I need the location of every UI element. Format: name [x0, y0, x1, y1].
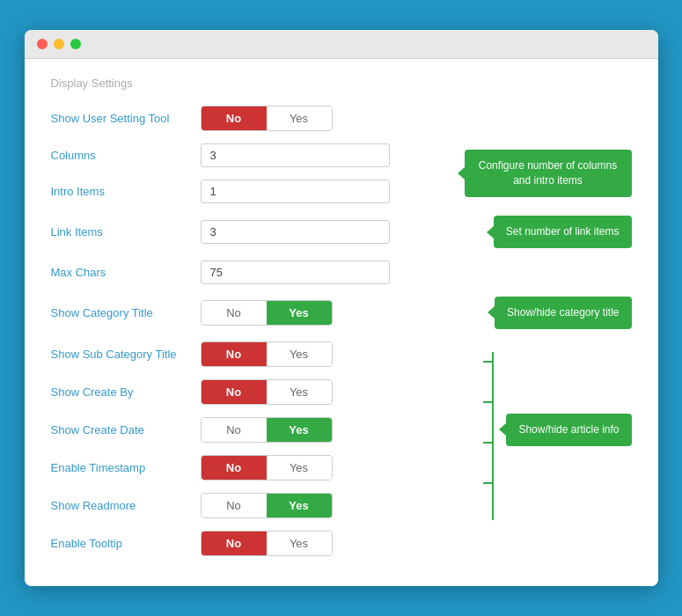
show-sub-category-label: Show Sub Category Title — [51, 348, 201, 361]
article-info-callout: Show/hide article info — [506, 414, 631, 446]
show-create-date-yes[interactable]: Yes — [267, 418, 332, 442]
show-create-by-yes[interactable]: Yes — [267, 380, 332, 404]
columns-input-wrapper — [201, 143, 390, 167]
close-dot[interactable] — [37, 39, 48, 49]
max-chars-input[interactable] — [201, 260, 390, 284]
show-create-by-row: Show Create By No Yes — [51, 379, 488, 405]
show-user-setting-row: Show User Setting Tool No Yes — [51, 106, 632, 131]
show-readmore-row: Show Readmore No Yes — [51, 493, 488, 518]
minimize-dot[interactable] — [54, 39, 64, 49]
show-create-by-toggle[interactable]: No Yes — [201, 379, 333, 405]
max-chars-row: Max Chars — [51, 260, 632, 284]
show-category-no[interactable]: No — [202, 301, 267, 325]
show-user-setting-no[interactable]: No — [202, 106, 267, 130]
show-sub-category-toggle[interactable]: No Yes — [201, 341, 333, 367]
max-chars-input-wrapper — [201, 260, 390, 284]
show-create-date-toggle[interactable]: No Yes — [201, 417, 333, 443]
show-readmore-no[interactable]: No — [202, 494, 267, 517]
enable-timestamp-no[interactable]: No — [202, 456, 267, 480]
show-create-date-no[interactable]: No — [202, 418, 267, 442]
columns-input[interactable] — [201, 143, 390, 167]
enable-timestamp-label: Enable Timestamp — [51, 461, 201, 474]
columns-label: Columns — [51, 149, 201, 162]
show-readmore-yes[interactable]: Yes — [267, 494, 332, 517]
show-create-by-no[interactable]: No — [202, 380, 267, 404]
enable-timestamp-row: Enable Timestamp No Yes — [51, 455, 488, 480]
enable-timestamp-yes[interactable]: Yes — [267, 456, 332, 480]
intro-items-row: Intro Items — [51, 180, 452, 203]
enable-tooltip-row: Enable Tooltip No Yes — [51, 531, 632, 556]
enable-timestamp-toggle[interactable]: No Yes — [201, 455, 333, 480]
max-chars-label: Max Chars — [51, 266, 201, 279]
link-items-input-wrapper — [201, 220, 390, 244]
show-user-setting-yes[interactable]: Yes — [267, 106, 332, 130]
content-area: Display Settings Show User Setting Tool … — [25, 59, 658, 586]
show-sub-category-no[interactable]: No — [202, 342, 267, 366]
show-create-date-row: Show Create Date No Yes — [51, 417, 488, 443]
show-create-by-label: Show Create By — [51, 385, 201, 399]
columns-intro-callout: Configure number of columns and intro it… — [465, 150, 632, 197]
main-window: Display Settings Show User Setting Tool … — [25, 30, 658, 586]
show-readmore-toggle[interactable]: No Yes — [201, 493, 333, 518]
section-title: Display Settings — [51, 77, 632, 90]
show-create-date-label: Show Create Date — [51, 423, 201, 436]
show-sub-category-yes[interactable]: Yes — [267, 342, 332, 366]
intro-items-input[interactable] — [201, 180, 390, 203]
show-readmore-label: Show Readmore — [51, 499, 201, 512]
enable-tooltip-toggle[interactable]: No Yes — [201, 531, 333, 556]
maximize-dot[interactable] — [70, 39, 81, 49]
columns-row: Columns — [51, 143, 452, 167]
enable-tooltip-yes[interactable]: Yes — [267, 532, 332, 555]
show-category-title-toggle[interactable]: No Yes — [201, 300, 333, 326]
show-user-setting-toggle[interactable]: No Yes — [201, 106, 333, 131]
intro-items-input-wrapper — [201, 180, 390, 203]
enable-tooltip-label: Enable Tooltip — [51, 537, 201, 550]
show-user-setting-label: Show User Setting Tool — [51, 112, 201, 125]
link-items-label: Link Items — [51, 225, 201, 238]
intro-items-label: Intro Items — [51, 185, 201, 198]
show-category-title-label: Show Category Title — [51, 306, 201, 319]
show-category-yes[interactable]: Yes — [267, 301, 332, 325]
link-items-callout: Set number of link items — [494, 216, 632, 248]
titlebar — [25, 30, 658, 59]
enable-tooltip-no[interactable]: No — [202, 532, 267, 555]
category-title-callout: Show/hide category title — [495, 297, 631, 329]
show-sub-category-row: Show Sub Category Title No Yes — [51, 341, 488, 367]
link-items-input[interactable] — [201, 220, 390, 244]
